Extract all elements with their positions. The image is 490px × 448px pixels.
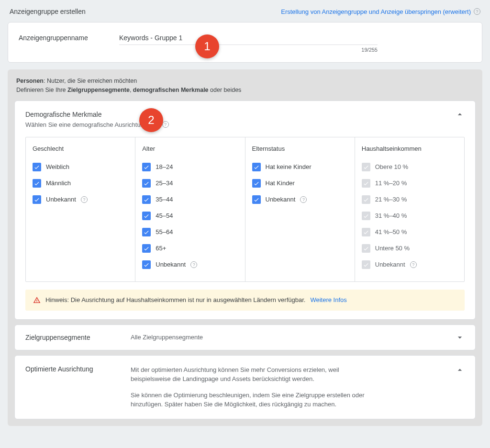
checkbox-label: 55–64 [156,228,173,235]
checkbox-row: Untere 50 % [362,244,457,253]
chevron-down-icon[interactable] [455,333,465,342]
audiences-card[interactable]: Zielgruppensegmente Alle Zielgruppensegm… [14,325,476,350]
checkbox[interactable] [142,260,151,269]
chevron-up-icon[interactable] [455,365,465,375]
checkbox-label: 65+ [156,245,166,252]
checkbox-label: Weiblich [46,163,69,170]
checkbox-row: Obere 10 % [362,163,457,171]
audiences-title: Zielgruppensegmente [25,334,111,341]
checkbox-label: Unbekannt [156,261,186,268]
help-icon[interactable]: ? [474,8,480,15]
checkbox[interactable] [142,244,151,253]
optimized-desc: Mit der optimierten Ausrichtung können S… [131,365,389,409]
adgroup-name-card: Anzeigengruppenname 19/255 [8,22,482,63]
checkbox[interactable] [252,163,261,171]
checkbox-label: 31 %–40 % [375,212,407,219]
help-icon[interactable]: ? [300,196,307,203]
page-title: Anzeigengruppe erstellen [10,8,86,15]
checkbox [362,228,370,236]
checkbox-label: 21 %–30 % [375,196,407,203]
checkbox [362,260,370,269]
checkbox-label: 45–54 [156,212,173,219]
checkbox-row[interactable]: Hat Kinder [252,179,348,188]
optimized-title: Optimierte Ausrichtung [25,365,111,373]
checkbox-row[interactable]: Unbekannt? [142,260,238,269]
checkbox-row[interactable]: 35–44 [142,195,238,204]
checkbox-label: Untere 50 % [375,245,410,252]
column-title: Alter [142,145,238,152]
adgroup-name-input[interactable] [119,32,378,45]
checkbox[interactable] [252,179,261,188]
people-section: Personen: Nutzer, die Sie erreichen möch… [8,69,482,426]
checkbox-row: 21 %–30 % [362,195,457,204]
income-note: Hinweis: Die Ausrichtung auf Haushaltsei… [25,290,465,311]
checkbox-label: Unbekannt [46,196,76,203]
checkbox-label: Männlich [46,179,71,187]
checkbox-label: 11 %–20 % [375,179,407,187]
help-icon[interactable]: ? [162,121,169,128]
demographics-table: Geschlecht WeiblichMännlichUnbekannt? Al… [25,137,465,282]
checkbox-label: Unbekannt [375,261,405,268]
checkbox [362,244,370,253]
checkbox-row[interactable]: 65+ [142,244,238,253]
audiences-value: Alle Zielgruppensegmente [131,334,455,341]
checkbox[interactable] [33,163,41,171]
help-icon[interactable]: ? [190,261,197,268]
checkbox-row: Unbekannt? [362,260,457,269]
warning-icon [33,296,41,304]
checkbox[interactable] [142,195,151,204]
checkbox [362,179,370,188]
checkbox [362,163,370,171]
age-column: Alter 18–2425–3435–4445–5455–6465+Unbeka… [135,137,245,281]
checkbox-row[interactable]: 55–64 [142,228,238,236]
checkbox-row: 41 %–50 % [362,228,457,236]
checkbox[interactable] [142,212,151,220]
column-title: Haushaltseinkommen [362,145,457,152]
checkbox-label: 35–44 [156,196,173,203]
checkbox-label: Hat Kinder [266,179,295,187]
column-title: Elternstatus [252,145,348,152]
income-column: Haushaltseinkommen Obere 10 %11 %–20 %21… [355,137,464,281]
checkbox-row[interactable]: Weiblich [33,163,128,171]
checkbox-label: 41 %–50 % [375,228,407,235]
help-icon[interactable]: ? [410,261,417,268]
checkbox-row[interactable]: Unbekannt? [252,195,348,204]
income-note-text: Hinweis: Die Ausrichtung auf Haushaltsei… [45,296,305,303]
checkbox-row[interactable]: 18–24 [142,163,238,171]
optimized-card: Optimierte Ausrichtung Mit der optimiert… [14,355,476,419]
chevron-up-icon[interactable] [455,110,465,119]
checkbox-row[interactable]: Männlich [33,179,128,188]
skip-link[interactable]: Erstellung von Anzeigengruppe und Anzeig… [281,8,480,15]
checkbox[interactable] [142,179,151,188]
checkbox-label: Hat keine Kinder [266,163,312,170]
checkbox-row: 31 %–40 % [362,212,457,220]
skip-link-label: Erstellung von Anzeigengruppe und Anzeig… [281,8,471,15]
checkbox[interactable] [142,163,151,171]
income-note-link[interactable]: Weitere Infos [310,296,346,303]
demographics-desc: Wählen Sie eine demografische Ausrichtun… [15,121,475,133]
checkbox[interactable] [33,195,41,204]
checkbox-label: Obere 10 % [375,163,408,170]
checkbox[interactable] [252,195,261,204]
checkbox-row: 11 %–20 % [362,179,457,188]
checkbox-label: 25–34 [156,179,173,187]
checkbox [362,212,370,220]
people-header: Personen: Nutzer, die Sie erreichen möch… [8,70,482,101]
checkbox-row[interactable]: 25–34 [142,179,238,188]
checkbox [362,195,370,204]
help-icon[interactable]: ? [81,196,88,203]
checkbox-label: 18–24 [156,163,173,170]
checkbox-label: Unbekannt [266,196,296,203]
checkbox-row[interactable]: Hat keine Kinder [252,163,348,171]
gender-column: Geschlecht WeiblichMännlichUnbekannt? [26,137,135,281]
adgroup-name-label: Anzeigengruppenname [19,32,100,42]
checkbox[interactable] [33,179,41,188]
demographics-title: Demografische Merkmale [25,111,102,118]
checkbox-row[interactable]: 45–54 [142,212,238,220]
parent-column: Elternstatus Hat keine KinderHat KinderU… [245,137,355,281]
checkbox-row[interactable]: Unbekannt? [33,195,128,204]
demographics-card: Demografische Merkmale Wählen Sie eine d… [14,101,476,320]
column-title: Geschlecht [33,145,128,152]
adgroup-name-charcount: 19/255 [119,47,378,53]
checkbox[interactable] [142,228,151,236]
